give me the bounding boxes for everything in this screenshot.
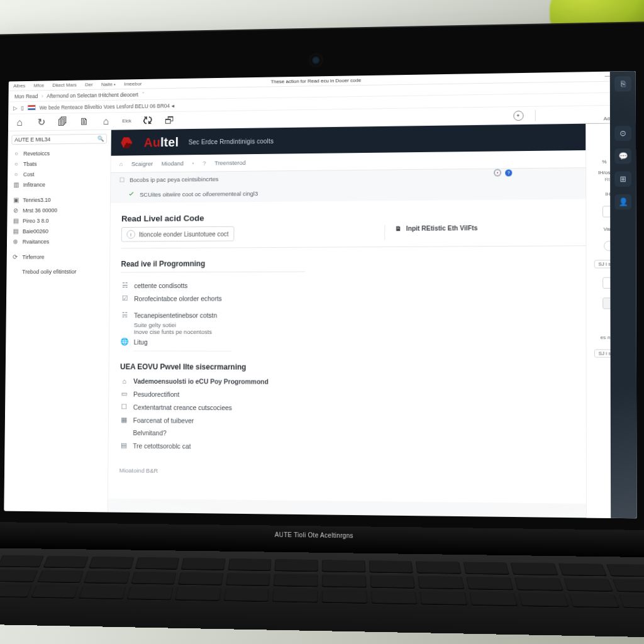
- laptop-camera: [311, 55, 321, 65]
- sidebar-item-label: Pireo 3 8.0: [23, 218, 49, 224]
- house-icon[interactable]: ⌂: [101, 116, 111, 127]
- option-list: ☵cettente condisotts ☑Rorofecintabce olo…: [120, 277, 625, 352]
- menu-item[interactable]: Albes: [13, 83, 25, 89]
- list-item[interactable]: ☵Tecanepisentetinebsor cotstn: [121, 308, 625, 321]
- section-heading: UEA EOVU Pwvel Ilte sisecrmarning: [120, 362, 625, 372]
- dot-icon: ○: [13, 160, 20, 167]
- sidebar-item-label: Mrst 36 00000: [23, 207, 57, 213]
- chip-label: Itioncole eonder Lisuntotuee coct: [139, 230, 229, 238]
- search-input[interactable]: [14, 136, 95, 143]
- rail-button[interactable]: ⊞: [614, 171, 631, 187]
- doc-icon[interactable]: 🗎: [79, 116, 89, 127]
- sidebar-item[interactable]: Trebod ooliy efitintstior: [10, 267, 106, 277]
- tab-help-icon[interactable]: ?: [203, 160, 206, 167]
- grid-icon: ▥: [13, 181, 20, 188]
- tab-home-icon[interactable]: ⌂: [119, 160, 123, 167]
- breadcrumb-item[interactable]: Mon Read: [14, 93, 38, 99]
- sidebar-item[interactable]: ⊘Mrst 36 00000: [11, 204, 106, 216]
- search-icon[interactable]: 🔍: [97, 136, 104, 142]
- copy-icon[interactable]: 🗐: [57, 116, 68, 128]
- menu-item[interactable]: Der: [85, 82, 92, 87]
- sidebar-item[interactable]: ⟳Tirferrore: [10, 251, 106, 262]
- help-icon[interactable]: ?: [505, 169, 512, 176]
- sidebar-item[interactable]: ▣Tenries3.10: [11, 194, 106, 205]
- check-icon: [128, 191, 135, 198]
- home-icon: ⌂: [120, 377, 129, 385]
- rows-icon: ☵: [121, 311, 130, 319]
- chip-row[interactable]: i Itioncole eonder Lisuntotuee coct: [121, 226, 235, 242]
- list-item[interactable]: ☑Rorofecintabce olorder echorts: [121, 291, 625, 305]
- list-item-label: Tre cetottsoroblc cat: [133, 441, 191, 450]
- sidebar-item-label: Cost: [23, 171, 35, 177]
- footer-note: Mioatoind B&R: [119, 467, 625, 478]
- sidebar-search[interactable]: 🔍: [11, 134, 107, 145]
- window-icon[interactable]: 🗗: [164, 114, 175, 126]
- rail-button[interactable]: 💬: [614, 148, 631, 164]
- sidebar-item[interactable]: ▥Infitrance: [11, 179, 107, 190]
- nav-back-icon[interactable]: ▷: [13, 105, 18, 111]
- section-heading: Read Livel acid Code: [121, 210, 625, 223]
- menu-item[interactable]: Imeebor: [124, 81, 142, 87]
- grid-icon: ▦: [119, 416, 128, 424]
- tab-separator: •: [192, 160, 194, 167]
- home-icon[interactable]: ⌂: [14, 117, 25, 128]
- list-item-label: cettente condisotts: [134, 282, 187, 289]
- sidebar-item-label: Tirferrore: [22, 253, 44, 260]
- brand-logo-icon: [119, 136, 133, 150]
- flag-icon: [28, 105, 36, 111]
- rail-button[interactable]: ⊙: [614, 126, 631, 142]
- target-icon[interactable]: ⌖: [513, 110, 523, 120]
- clock-icon: ⊘: [12, 207, 19, 214]
- checkbox-icon: ☐: [119, 402, 128, 411]
- info-text: Bocobs ip pac peya ceintsibincrtes: [130, 175, 218, 183]
- globe-icon: 🌐: [120, 338, 129, 346]
- tab-item[interactable]: Treensterod: [214, 159, 246, 166]
- refresh-icon: ⟳: [11, 253, 19, 260]
- sidebar-item-label: Tenries3.10: [23, 197, 50, 203]
- list-item[interactable]: 🌐Litug: [120, 335, 625, 348]
- menu-item[interactable]: Naite •: [101, 82, 116, 87]
- menu-item[interactable]: Mfce: [34, 82, 45, 88]
- brand-name: Aultel: [144, 135, 179, 150]
- activity-rail: ⎘ ⊙ 💬 ⊞ 👤: [610, 71, 637, 518]
- tab-item[interactable]: Scaigrer: [131, 160, 153, 167]
- list-sub: Inove cise funts pe nocentosts: [120, 328, 625, 335]
- address-text: We bede Renteace Bliveltio Voes Lesford …: [40, 103, 175, 111]
- sidebar-item[interactable]: ○Tbats: [11, 158, 107, 169]
- hinge-label: AUTE Tioli Ote Aceltinrgns: [0, 522, 644, 550]
- sidebar-item-label: Tbats: [23, 160, 37, 167]
- list-item[interactable]: ☵cettente condisotts: [121, 277, 625, 292]
- list-icon: ▤: [119, 441, 128, 450]
- list-item-label: Rorofecintabce olorder echorts: [134, 294, 222, 302]
- window-title: These action for Read ecu in Dooer code: [271, 77, 362, 84]
- breadcrumb-item[interactable]: Aftemond on Selectan tHitchent dieocert: [47, 91, 138, 99]
- tab-item[interactable]: Miodand: [162, 160, 184, 167]
- rail-button[interactable]: 👤: [614, 194, 631, 209]
- list-item-label: Vademoensuolsti io eCU Poy Progrommond: [133, 377, 269, 386]
- content-area: Aultel Sec Erdce Rrndintinigis coolts ⌂ …: [108, 123, 637, 519]
- sidebar-item[interactable]: ⊛Rvaitances: [11, 236, 106, 247]
- panel-heading-label: Inpit REtistic Eth VilFts: [406, 225, 478, 232]
- sidebar-item-label: Revetoiccs: [23, 150, 50, 157]
- menu-item[interactable]: Dkect Mars: [52, 82, 77, 88]
- sidebar-item[interactable]: ○Cost: [11, 168, 107, 179]
- rows-icon: ☵: [121, 281, 130, 289]
- nav-box-icon[interactable]: ▯: [21, 104, 24, 111]
- toolbar-divider: [535, 109, 536, 121]
- sidebar-item[interactable]: ▤Pireo 3 8.0: [11, 215, 106, 226]
- sidebar-item-label: Trebod ooliy efitintstior: [22, 269, 76, 275]
- refresh-icon[interactable]: ↻: [36, 116, 47, 128]
- link-icon[interactable]: %: [602, 159, 606, 165]
- list-item-label: Litug: [134, 338, 148, 345]
- sync-icon[interactable]: 🗘: [142, 115, 153, 126]
- option-list: ⌂Vademoensuolsti io eCU Poy Progrommond …: [119, 375, 625, 456]
- breadcrumb-caret-icon[interactable]: ˅: [142, 91, 145, 97]
- list-item-label: Belvnitand?: [133, 429, 166, 436]
- rail-button[interactable]: ⎘: [614, 76, 631, 92]
- sidebar-item-label: Rvaitances: [23, 238, 50, 245]
- list-item[interactable]: ▤Tre cetottsoroblc cat: [119, 439, 625, 456]
- sidebar-item[interactable]: ○Revetoiccs: [11, 147, 107, 158]
- sidebar-item[interactable]: ▤Baie00260: [11, 225, 106, 236]
- sidebar: 🔍 ○Revetoiccs ○Tbats ○Cost ▥Infitrance ▣…: [4, 130, 111, 513]
- breadcrumb-sep: ›: [42, 92, 43, 99]
